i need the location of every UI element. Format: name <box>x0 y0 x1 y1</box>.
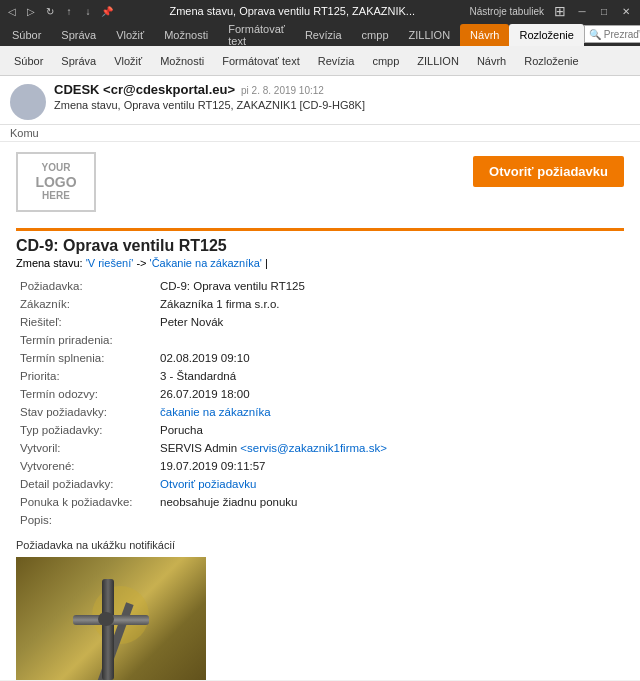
stav-label: Stav požiadavky: <box>16 403 156 421</box>
popis-label: Popis: <box>16 511 156 529</box>
ribbon-tabs: Súbor Správa Vložiť Možnosti Formátovať … <box>0 22 640 46</box>
app-icon[interactable]: ⊞ <box>550 3 570 19</box>
pipe-joint <box>98 612 114 626</box>
ticket-image <box>16 557 206 680</box>
table-row: Priorita: 3 - Štandardná <box>16 367 624 385</box>
up-icon[interactable]: ↑ <box>61 3 77 19</box>
tab-navrh[interactable]: Návrh <box>460 24 509 46</box>
title-bar: ◁ ▷ ↻ ↑ ↓ 📌 Zmena stavu, Oprava ventilu … <box>0 0 640 22</box>
priorita-value: 3 - Štandardná <box>156 367 624 385</box>
tab-subor[interactable]: Súbor <box>2 24 51 46</box>
ponuka-value: neobsahuje žiadnu ponuku <box>156 493 624 511</box>
zakaznik-value: Zákazníka 1 firma s.r.o. <box>156 295 624 313</box>
table-row: Detail požiadavky: Otvoriť požiadavku <box>16 475 624 493</box>
minimize-button[interactable]: ─ <box>572 3 592 19</box>
tab-moznosti[interactable]: Možnosti <box>154 24 218 46</box>
cmd-subor[interactable]: Súbor <box>6 52 51 70</box>
table-row: Zákazník: Zákazníka 1 firma s.r.o. <box>16 295 624 313</box>
cmd-navrh[interactable]: Návrh <box>469 52 514 70</box>
popis-value <box>156 511 624 529</box>
poziadavka-value: CD-9: Oprava ventilu RT125 <box>156 277 624 295</box>
cmd-vlozit[interactable]: Vložiť <box>106 52 150 70</box>
email-date: pi 2. 8. 2019 10:12 <box>241 85 324 96</box>
details-table: Požiadavka: CD-9: Oprava ventilu RT125 Z… <box>16 277 624 529</box>
termin-odozvy-label: Termín odozvy: <box>16 385 156 403</box>
cmd-formatovat[interactable]: Formátovať text <box>214 52 307 70</box>
vytvoril-label: Vytvoril: <box>16 439 156 457</box>
ticket-title: CD-9: Oprava ventilu RT125 <box>16 228 624 255</box>
email-view: CDESK <cr@cdeskportal.eu> pi 2. 8. 2019 … <box>0 76 640 680</box>
detail-link[interactable]: Otvoriť požiadavku <box>160 478 256 490</box>
ticket-image-inner <box>16 557 206 680</box>
stav-value: čakanie na zákazníka <box>156 403 624 421</box>
tab-revizia[interactable]: Revízia <box>295 24 352 46</box>
stav-link[interactable]: čakanie na zákazníka <box>160 406 271 418</box>
pin-icon[interactable]: 📌 <box>99 3 115 19</box>
email-header: CDESK <cr@cdeskportal.eu> pi 2. 8. 2019 … <box>0 76 640 125</box>
close-button[interactable]: ✕ <box>616 3 636 19</box>
tab-zillion[interactable]: ZILLION <box>399 24 461 46</box>
table-row: Vytvoril: SERVIS Admin <servis@zakaznik1… <box>16 439 624 457</box>
back-icon[interactable]: ◁ <box>4 3 20 19</box>
forward-icon[interactable]: ▷ <box>23 3 39 19</box>
table-row: Termín priradenia: <box>16 331 624 349</box>
zakaznik-label: Zákazník: <box>16 295 156 313</box>
cmd-moznosti[interactable]: Možnosti <box>152 52 212 70</box>
maximize-button[interactable]: □ <box>594 3 614 19</box>
search-icon: 🔍 <box>589 29 601 40</box>
cmd-sprava[interactable]: Správa <box>53 52 104 70</box>
cmd-rozlozenie[interactable]: Rozloženie <box>516 52 586 70</box>
ribbon-commands: Súbor Správa Vložiť Možnosti Formátovať … <box>0 46 640 76</box>
termin-priradenia-label: Termín priradenia: <box>16 331 156 349</box>
typ-label: Typ požiadavky: <box>16 421 156 439</box>
poziadavka-label: Požiadavka: <box>16 277 156 295</box>
status-prefix: Zmena stavu: <box>16 257 86 269</box>
status-separator: | <box>265 257 268 269</box>
window-title: Zmena stavu, Oprava ventilu RT125, ZAKAZ… <box>115 5 470 17</box>
table-row: Typ požiadavky: Porucha <box>16 421 624 439</box>
email-meta-info: CDESK <cr@cdeskportal.eu> pi 2. 8. 2019 … <box>54 82 630 111</box>
email-subject: Zmena stavu, Oprava ventilu RT125, ZAKAZ… <box>54 99 630 111</box>
vytvorene-value: 19.07.2019 09:11:57 <box>156 457 624 475</box>
refresh-icon[interactable]: ↻ <box>42 3 58 19</box>
tab-rozlozenie[interactable]: Rozloženie <box>509 24 583 46</box>
table-row: Popis: <box>16 511 624 529</box>
avatar <box>10 84 46 120</box>
termin-splnenia-label: Termín splnenia: <box>16 349 156 367</box>
pipe-vertical <box>102 579 114 680</box>
table-row: Ponuka k požiadavke: neobsahuje žiadnu p… <box>16 493 624 511</box>
tab-vlozit[interactable]: Vložiť <box>106 24 154 46</box>
status-change-line: Zmena stavu: 'V riešení' -> 'Čakanie na … <box>16 257 624 269</box>
detail-label: Detail požiadavky: <box>16 475 156 493</box>
riesitel-value: Peter Novák <box>156 313 624 331</box>
ponuka-label: Ponuka k požiadavke: <box>16 493 156 511</box>
table-row: Vytvorené: 19.07.2019 09:11:57 <box>16 457 624 475</box>
image-caption: Požiadavka na ukážku notifikácií <box>16 539 624 551</box>
tab-formatovat[interactable]: Formátovať text <box>218 24 295 46</box>
tab-cmpp[interactable]: cmpp <box>352 24 399 46</box>
open-btn-container: Otvoriť požiadavku <box>473 152 624 187</box>
table-row: Požiadavka: CD-9: Oprava ventilu RT125 <box>16 277 624 295</box>
cmd-zillion[interactable]: ZILLION <box>409 52 467 70</box>
email-body: YOUR LOGO HERE Otvoriť požiadavku CD-9: … <box>0 142 640 680</box>
detail-link-cell: Otvoriť požiadavku <box>156 475 624 493</box>
search-input[interactable] <box>604 29 640 40</box>
open-request-button[interactable]: Otvoriť požiadavku <box>473 156 624 187</box>
down-icon[interactable]: ↓ <box>80 3 96 19</box>
termin-splnenia-value: 02.08.2019 09:10 <box>156 349 624 367</box>
status-from[interactable]: 'V riešení' <box>86 257 134 269</box>
vytvoril-email[interactable]: <servis@zakaznik1firma.sk> <box>240 442 387 454</box>
tab-sprava[interactable]: Správa <box>51 24 106 46</box>
cmd-cmpp[interactable]: cmpp <box>364 52 407 70</box>
table-row: Riešiteľ: Peter Novák <box>16 313 624 331</box>
table-row: Termín odozvy: 26.07.2019 18:00 <box>16 385 624 403</box>
riesitel-label: Riešiteľ: <box>16 313 156 331</box>
cmd-revizia[interactable]: Revízia <box>310 52 363 70</box>
typ-value: Porucha <box>156 421 624 439</box>
ribbon-search-box[interactable]: 🔍 <box>584 25 640 43</box>
status-to[interactable]: 'Čakanie na zákazníka' <box>150 257 262 269</box>
table-row: Termín splnenia: 02.08.2019 09:10 <box>16 349 624 367</box>
table-row: Stav požiadavky: čakanie na zákazníka <box>16 403 624 421</box>
status-arrow: -> <box>136 257 149 269</box>
priorita-label: Priorita: <box>16 367 156 385</box>
